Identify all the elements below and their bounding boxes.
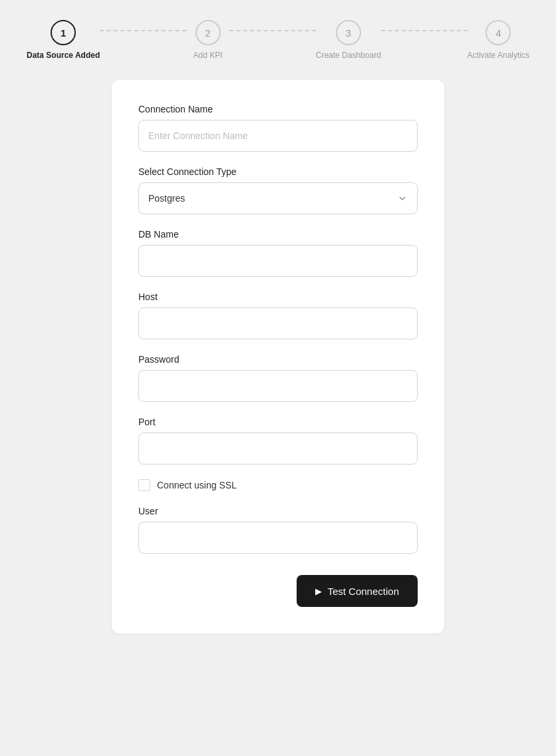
connection-name-group: Connection Name xyxy=(138,104,418,152)
connection-name-input[interactable] xyxy=(138,120,418,152)
user-label: User xyxy=(138,506,418,516)
step-1-label: Data Source Added xyxy=(27,51,100,60)
step-4: 4 Activate Analytics xyxy=(468,20,529,60)
ssl-row: Connect using SSL xyxy=(138,479,418,491)
connector-2-3 xyxy=(229,30,316,31)
stepper: 1 Data Source Added 2 Add KPI 3 Create D… xyxy=(0,0,556,73)
host-input[interactable] xyxy=(138,307,418,339)
connection-type-label: Select Connection Type xyxy=(138,166,418,177)
port-input[interactable] xyxy=(138,433,418,465)
step-3-circle: 3 xyxy=(336,20,361,45)
form-card: Connection Name Select Connection Type P… xyxy=(112,80,444,634)
step-1-circle: 1 xyxy=(51,20,76,45)
password-group: Password xyxy=(138,354,418,402)
step-4-label: Activate Analytics xyxy=(468,51,529,60)
step-2-label: Add KPI xyxy=(193,51,222,60)
ssl-checkbox[interactable] xyxy=(138,479,150,491)
step-2-circle: 2 xyxy=(196,20,221,45)
connector-3-4 xyxy=(381,30,468,31)
play-icon: ▶ xyxy=(315,586,322,596)
button-row: ▶ Test Connection xyxy=(138,575,418,607)
connection-type-group: Select Connection Type Postgres MySQL SQ… xyxy=(138,166,418,214)
ssl-label: Connect using SSL xyxy=(157,480,237,490)
step-4-circle: 4 xyxy=(486,20,511,45)
port-label: Port xyxy=(138,417,418,427)
host-label: Host xyxy=(138,291,418,302)
step-2: 2 Add KPI xyxy=(186,20,229,60)
host-group: Host xyxy=(138,291,418,339)
password-label: Password xyxy=(138,354,418,365)
step-1: 1 Data Source Added xyxy=(27,20,100,60)
user-group: User xyxy=(138,506,418,554)
db-name-input[interactable] xyxy=(138,245,418,277)
db-name-group: DB Name xyxy=(138,229,418,277)
connection-name-label: Connection Name xyxy=(138,104,418,114)
db-name-label: DB Name xyxy=(138,229,418,240)
password-input[interactable] xyxy=(138,370,418,402)
step-3: 3 Create Dashboard xyxy=(316,20,381,60)
connection-type-select[interactable]: Postgres MySQL SQLite MongoDB xyxy=(138,182,418,214)
test-connection-button[interactable]: ▶ Test Connection xyxy=(297,575,418,607)
test-connection-label: Test Connection xyxy=(327,586,399,597)
connector-1-2 xyxy=(100,30,186,31)
step-3-label: Create Dashboard xyxy=(316,51,381,60)
port-group: Port xyxy=(138,417,418,465)
user-input[interactable] xyxy=(138,522,418,554)
